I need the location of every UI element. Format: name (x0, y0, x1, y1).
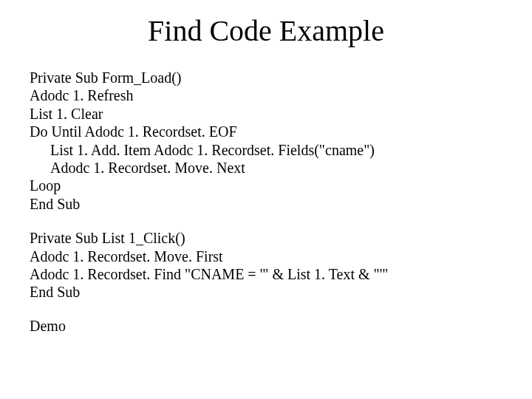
code-line: Adodc 1. Recordset. Find "CNAME = '" & L… (30, 266, 388, 282)
code-line: End Sub (30, 196, 80, 212)
demo-label: Demo (30, 318, 502, 335)
code-line: Private Sub List 1_Click() (30, 230, 185, 246)
code-line: Loop (30, 177, 61, 194)
code-line: Adodc 1. Recordset. Move. First (30, 248, 223, 265)
slide-title: Find Code Example (30, 13, 502, 48)
code-block-form-load: Private Sub Form_Load() Adodc 1. Refresh… (30, 69, 502, 213)
code-line: List 1. Add. Item Adodc 1. Recordset. Fi… (30, 141, 375, 159)
code-line: Adodc 1. Refresh (30, 87, 134, 103)
code-line: Private Sub Form_Load() (30, 69, 182, 86)
code-line: Adodc 1. Recordset. Move. Next (30, 159, 245, 177)
slide-content: Find Code Example Private Sub Form_Load(… (0, 0, 532, 349)
code-line: Do Until Adodc 1. Recordset. EOF (30, 123, 237, 140)
code-line: End Sub (30, 284, 80, 300)
code-block-list-click: Private Sub List 1_Click() Adodc 1. Reco… (30, 229, 502, 301)
code-line: List 1. Clear (30, 106, 103, 122)
